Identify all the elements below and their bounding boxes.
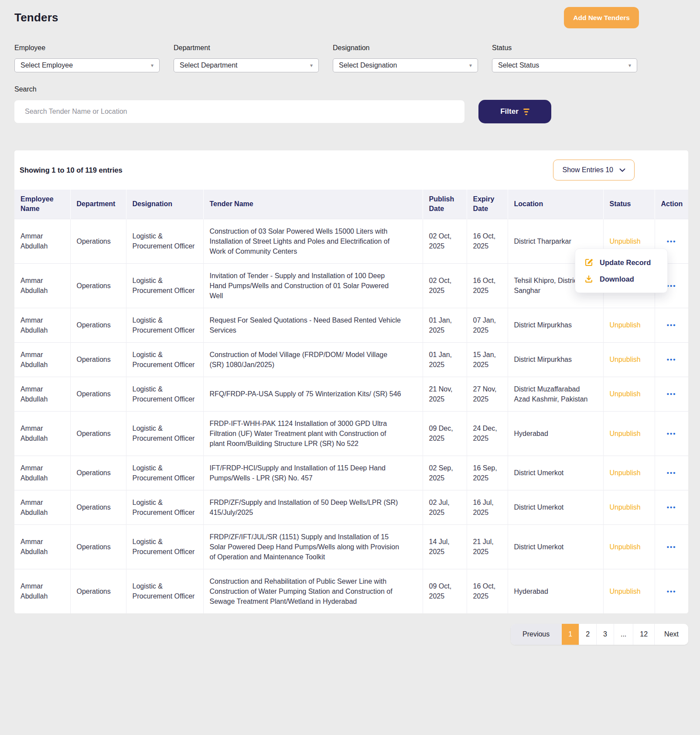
table-row: Ammar Abdullah Operations Logistic & Pro… (14, 377, 688, 411)
cell-tender-name: FRDP/ZF/IFT/JUL/SR (1151) Supply and Ins… (203, 524, 423, 569)
download-menu-item[interactable]: Download (575, 271, 667, 287)
row-actions-button[interactable]: ••• (666, 467, 677, 478)
department-label: Department (174, 44, 319, 52)
pagination-row: Previous 1 2 3 ... 12 Next (14, 624, 688, 645)
cell-action: ••• (655, 377, 688, 411)
row-actions-button[interactable]: ••• (666, 428, 677, 439)
cell-location: District Muzaffarabad Azad Kashmir, Paki… (508, 377, 603, 411)
cell-designation: Logistic & Procurement Officer (126, 490, 203, 524)
cell-action: ••• (655, 342, 688, 377)
cell-tender-name: FRDP-IFT-WHH-PAK 1124 Installation of 30… (203, 411, 423, 456)
status-select[interactable]: Select Status ▾ (492, 58, 637, 72)
filter-group-employee: Employee Select Employee ▾ (14, 44, 160, 72)
cell-designation: Logistic & Procurement Officer (126, 263, 203, 308)
cell-action: ••• (655, 308, 688, 342)
cell-expiry-date: 21 Jul, 2025 (467, 524, 508, 569)
cell-employee-name: Ammar Abdullah (14, 569, 70, 613)
pagination-previous[interactable]: Previous (511, 624, 561, 645)
pagination-page-12[interactable]: 12 (633, 624, 654, 645)
update-record-menu-item[interactable]: Update Record (575, 254, 667, 271)
table-header-row: Employee Name Department Designation Ten… (14, 190, 688, 219)
row-actions-button[interactable]: ••• (666, 236, 677, 247)
cell-tender-name: Construction and Rehabilitation of Publi… (203, 569, 423, 613)
row-actions-button[interactable]: ••• (666, 541, 677, 552)
cell-designation: Logistic & Procurement Officer (126, 308, 203, 342)
pagination-page-3[interactable]: 3 (596, 624, 614, 645)
designation-label: Designation (333, 44, 478, 52)
row-actions-button[interactable]: ••• (666, 388, 677, 399)
topbar: Tenders Add New Tenders (14, 7, 688, 28)
col-header-employee-name: Employee Name (14, 190, 70, 219)
cell-department: Operations (70, 456, 126, 490)
cell-location: District Umerkot (508, 456, 603, 490)
filter-group-department: Department Select Department ▾ (174, 44, 319, 72)
cell-department: Operations (70, 219, 126, 263)
pagination-next[interactable]: Next (654, 624, 688, 645)
tenders-panel: Showing 1 to 10 of 119 entries Show Entr… (14, 150, 688, 613)
cell-department: Operations (70, 308, 126, 342)
cell-tender-name: Invitation of Tender - Supply and Instal… (203, 263, 423, 308)
cell-designation: Logistic & Procurement Officer (126, 377, 203, 411)
status-select-value: Select Status (498, 61, 539, 69)
download-icon (584, 275, 593, 283)
table-row: Ammar Abdullah Operations Logistic & Pro… (14, 456, 688, 490)
status-link[interactable]: Unpublish (603, 569, 655, 613)
panel-head: Showing 1 to 10 of 119 entries Show Entr… (14, 150, 688, 190)
status-link[interactable]: Unpublish (603, 524, 655, 569)
cell-expiry-date: 07 Jan, 2025 (467, 308, 508, 342)
department-select[interactable]: Select Department ▾ (174, 58, 319, 72)
cell-employee-name: Ammar Abdullah (14, 456, 70, 490)
table-row: Ammar Abdullah Operations Logistic & Pro… (14, 342, 688, 377)
department-select-value: Select Department (180, 61, 238, 69)
cell-action: ••• (655, 411, 688, 456)
employee-select[interactable]: Select Employee ▾ (14, 58, 160, 72)
row-actions-button[interactable]: ••• (666, 502, 677, 513)
cell-department: Operations (70, 524, 126, 569)
cell-department: Operations (70, 569, 126, 613)
update-record-label: Update Record (600, 259, 651, 267)
cell-expiry-date: 16 Jul, 2025 (467, 490, 508, 524)
chevron-down-icon: ▾ (151, 63, 154, 68)
pagination-page-2[interactable]: 2 (579, 624, 596, 645)
cell-designation: Logistic & Procurement Officer (126, 342, 203, 377)
pagination-page-1[interactable]: 1 (561, 624, 579, 645)
page-title: Tenders (14, 11, 564, 24)
row-actions-button[interactable]: ••• (666, 320, 677, 330)
search-input[interactable] (14, 100, 464, 123)
col-header-status: Status (603, 190, 655, 219)
cell-location: Hyderabad (508, 411, 603, 456)
employee-select-value: Select Employee (20, 61, 73, 69)
row-actions-button[interactable]: ••• (666, 586, 677, 597)
pagination: Previous 1 2 3 ... 12 Next (511, 624, 688, 645)
cell-location: District Umerkot (508, 490, 603, 524)
add-new-tenders-button[interactable]: Add New Tenders (564, 7, 639, 28)
status-link[interactable]: Unpublish (603, 377, 655, 411)
status-link[interactable]: Unpublish (603, 490, 655, 524)
cell-expiry-date: 16 Oct, 2025 (467, 263, 508, 308)
cell-tender-name: Request For Sealed Quotations - Need Bas… (203, 308, 423, 342)
pagination-ellipsis[interactable]: ... (614, 624, 633, 645)
filter-group-designation: Designation Select Designation ▾ (333, 44, 478, 72)
status-link[interactable]: Unpublish (603, 411, 655, 456)
status-link[interactable]: Unpublish (603, 342, 655, 377)
cell-department: Operations (70, 342, 126, 377)
cell-employee-name: Ammar Abdullah (14, 342, 70, 377)
cell-location: District Umerkot (508, 524, 603, 569)
cell-tender-name: FRDP/ZF/Supply and Installation of 50 De… (203, 490, 423, 524)
col-header-department: Department (70, 190, 126, 219)
filters-row: Employee Select Employee ▾ Department Se… (14, 44, 688, 72)
designation-select[interactable]: Select Designation ▾ (333, 58, 478, 72)
filter-group-status: Status Select Status ▾ (492, 44, 637, 72)
cell-employee-name: Ammar Abdullah (14, 411, 70, 456)
cell-publish-date: 02 Sep, 2025 (423, 456, 467, 490)
row-actions-button[interactable]: ••• (666, 354, 677, 365)
cell-department: Operations (70, 490, 126, 524)
status-link[interactable]: Unpublish (603, 456, 655, 490)
cell-employee-name: Ammar Abdullah (14, 490, 70, 524)
cell-employee-name: Ammar Abdullah (14, 263, 70, 308)
cell-tender-name: IFT/FRDP-HCI/Supply and Installation of … (203, 456, 423, 490)
filter-button[interactable]: Filter (478, 100, 551, 123)
status-link[interactable]: Unpublish (603, 308, 655, 342)
cell-designation: Logistic & Procurement Officer (126, 569, 203, 613)
show-entries-select[interactable]: Show Entries 10 (553, 160, 635, 180)
